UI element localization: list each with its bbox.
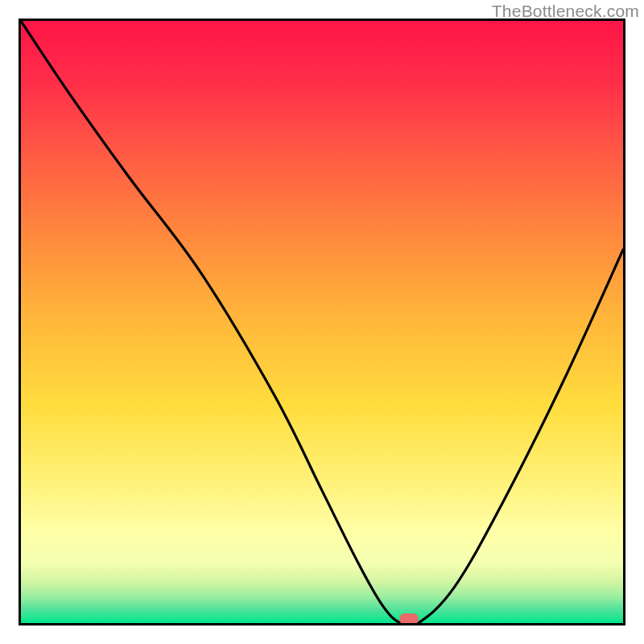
chart-container: TheBottleneck.com — [0, 0, 644, 644]
plot-frame — [19, 19, 625, 625]
watermark-text: TheBottleneck.com — [492, 2, 639, 21]
optimum-marker — [399, 613, 419, 625]
bottleneck-curve — [21, 21, 623, 623]
